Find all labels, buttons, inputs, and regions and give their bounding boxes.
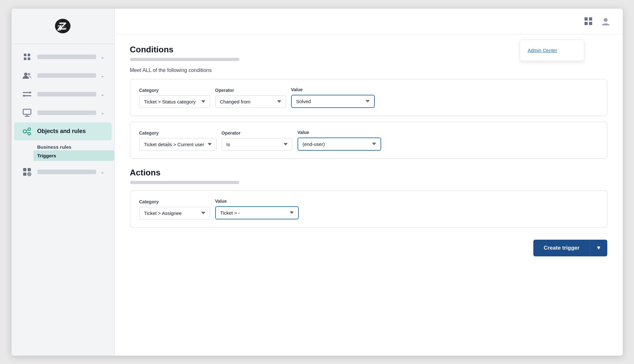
svg-rect-4: [28, 58, 30, 60]
svg-rect-27: [584, 22, 588, 25]
condition-2-operator-label: Operator: [222, 130, 292, 136]
action-1-category-field: Category Ticket > Assignee: [139, 199, 210, 219]
svg-rect-28: [589, 22, 592, 25]
actions-section: Actions Category Ticket > Assignee Value: [130, 168, 607, 227]
svg-text:z: z: [57, 21, 62, 33]
action-row-1: Category Ticket > Assignee Value Ticket …: [130, 191, 607, 227]
condition-2-category-select[interactable]: Ticket details > Current user: [139, 138, 216, 151]
svg-rect-3: [28, 54, 30, 56]
condition-2-operator-field: Operator Is: [222, 130, 292, 151]
svg-point-6: [28, 73, 30, 75]
sub-nav-triggers[interactable]: Triggers: [33, 150, 114, 161]
sidebar-item-workspace[interactable]: ⌄: [14, 104, 112, 122]
chevron-down-icon: ⌄: [101, 169, 105, 174]
chevron-down-icon: ⌄: [101, 110, 105, 115]
svg-rect-26: [589, 17, 592, 21]
svg-point-29: [604, 18, 608, 22]
topbar-icons: [582, 14, 612, 28]
condition-2-operator-select[interactable]: Is: [222, 138, 292, 151]
svg-marker-8: [30, 91, 32, 94]
svg-rect-20: [28, 168, 31, 171]
chevron-down-icon: ⌄: [101, 73, 105, 78]
condition-row-1: Category Ticket > Status category Operat…: [130, 79, 607, 116]
condition-2-value-select[interactable]: (end-user): [298, 138, 381, 151]
svg-rect-11: [23, 109, 31, 114]
svg-rect-19: [23, 168, 26, 171]
condition-2-value-field: Value (end-user): [298, 130, 381, 151]
condition-1-value-field: Value Solved: [291, 87, 375, 108]
user-avatar-btn[interactable]: [599, 14, 612, 28]
condition-1-value-select[interactable]: Solved: [291, 95, 375, 108]
nav-label-bar: [37, 111, 96, 115]
topbar: Admin Center: [115, 9, 623, 34]
condition-1-category-field: Category Ticket > Status category: [139, 88, 210, 108]
sub-nav-business-rules: Business rules: [33, 142, 114, 150]
nav-label-bar: [37, 170, 96, 174]
conditions-section: Conditions Meet ALL of the following con…: [130, 45, 607, 159]
nav-label-bar: [37, 55, 96, 59]
action-1-value-label: Value: [215, 199, 299, 204]
svg-point-5: [24, 73, 27, 76]
zendesk-logo: z: [53, 16, 72, 36]
create-trigger-button[interactable]: Create trigger: [533, 240, 590, 256]
sidebar-item-routing[interactable]: ⌄: [14, 85, 112, 103]
svg-rect-21: [23, 173, 26, 176]
condition-row-fields-2: Category Ticket details > Current user O…: [139, 130, 598, 151]
condition-1-value-label: Value: [291, 87, 375, 92]
sidebar-item-organization[interactable]: ⌄: [14, 48, 112, 66]
svg-point-15: [28, 128, 31, 130]
content-area: Conditions Meet ALL of the following con…: [115, 34, 623, 356]
condition-2-value-label: Value: [298, 130, 381, 135]
condition-2-category-label: Category: [139, 130, 216, 136]
objects-and-rules-label: Objects and rules: [37, 128, 86, 135]
conditions-bar: [130, 58, 239, 61]
sidebar-item-people[interactable]: ⌄: [14, 67, 112, 84]
admin-center-dropdown: Admin Center: [520, 40, 584, 61]
nav-label-bar: [37, 73, 96, 78]
condition-1-operator-label: Operator: [215, 88, 286, 93]
organization-icon: [21, 51, 33, 63]
action-row-fields-1: Category Ticket > Assignee Value Ticket …: [139, 199, 598, 219]
condition-1-category-label: Category: [139, 88, 210, 93]
actions-bar: [130, 181, 239, 184]
action-1-category-label: Category: [139, 199, 210, 204]
objects-and-rules-icon: [21, 126, 33, 137]
condition-1-operator-field: Operator Changed from: [215, 88, 286, 108]
routing-icon: [21, 88, 33, 100]
actions-title: Actions: [130, 168, 607, 178]
svg-line-17: [26, 130, 28, 131]
people-icon: [21, 70, 33, 81]
action-1-category-select[interactable]: Ticket > Assignee: [139, 207, 210, 219]
svg-marker-10: [23, 94, 24, 97]
condition-row-2: Category Ticket details > Current user O…: [130, 122, 607, 159]
svg-rect-2: [24, 58, 26, 60]
action-1-value-select[interactable]: Ticket > -: [215, 206, 299, 219]
create-trigger-area: Create trigger ▼: [130, 233, 607, 256]
sidebar-item-objects-and-rules[interactable]: Objects and rules: [14, 122, 112, 140]
condition-1-operator-select[interactable]: Changed from: [215, 95, 286, 108]
workspace-icon: [21, 107, 33, 119]
svg-rect-1: [24, 54, 26, 56]
condition-2-category-field: Category Ticket details > Current user: [139, 130, 216, 151]
conditions-meet-label: Meet ALL of the following conditions: [130, 67, 607, 73]
condition-1-category-select[interactable]: Ticket > Status category: [139, 95, 210, 108]
svg-rect-25: [584, 17, 588, 21]
svg-point-14: [23, 130, 26, 133]
main-content: Admin Center Conditions Meet ALL of the …: [115, 9, 623, 356]
apps-icon: [21, 166, 33, 178]
nav-label-bar: [37, 92, 96, 96]
admin-center-link[interactable]: Admin Center: [520, 44, 584, 57]
grid-icon-btn[interactable]: [582, 14, 595, 28]
chevron-down-icon: ⌄: [101, 54, 105, 59]
sidebar-item-apps[interactable]: ⌄: [14, 163, 112, 181]
action-1-value-field: Value Ticket > -: [215, 199, 299, 219]
sidebar: z ⌄ ⌄: [12, 9, 115, 356]
logo-area: z: [12, 9, 114, 44]
condition-row-fields-1: Category Ticket > Status category Operat…: [139, 87, 598, 108]
create-trigger-arrow-button[interactable]: ▼: [590, 240, 607, 256]
sub-nav: Business rules Triggers: [12, 141, 114, 162]
sidebar-nav: ⌄ ⌄ ⌄: [12, 44, 114, 185]
svg-point-16: [28, 132, 31, 135]
svg-line-18: [26, 132, 28, 133]
chevron-down-icon: ⌄: [101, 92, 105, 97]
